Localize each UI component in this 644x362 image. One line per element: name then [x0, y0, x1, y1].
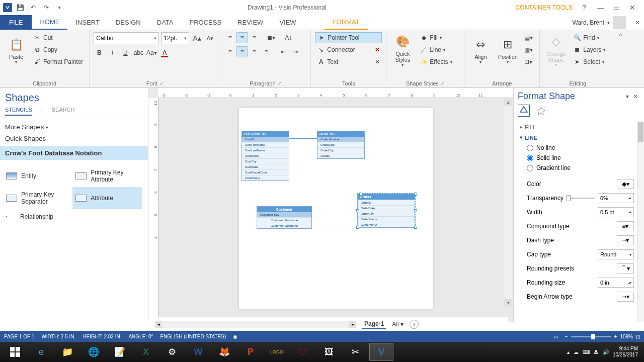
line-button[interactable]: ／Line▾	[418, 44, 454, 55]
change-shape-button[interactable]: ◇Change Shape▾	[544, 32, 568, 68]
align-button[interactable]: ⇔Align▾	[468, 32, 493, 68]
zoom-in-icon[interactable]: +	[614, 334, 617, 339]
close-document-icon[interactable]: ✕	[631, 15, 644, 30]
solid-line-radio[interactable]	[527, 155, 533, 161]
volume-icon[interactable]: 🔊	[603, 349, 609, 355]
more-shapes-link[interactable]: More Shapes ▸	[5, 122, 143, 132]
entity-orders2[interactable]: OrdersOrderIDOrderDateOrderCityOrderStat…	[357, 194, 415, 228]
tab-process[interactable]: PROCESS	[182, 15, 230, 30]
drawing-canvas[interactable]: CUSTOMERSCustIDCustFirstNameCustLastName…	[158, 98, 503, 312]
notepad-icon[interactable]: 📝	[108, 343, 132, 361]
app1-icon[interactable]: 🖼	[317, 343, 341, 361]
align-justify-icon[interactable]: ≡	[261, 46, 272, 57]
tab-format[interactable]: FORMAT	[325, 15, 368, 30]
cut-button[interactable]: ✂Cut	[31, 32, 85, 43]
fit-page-icon[interactable]: ⊡	[636, 334, 640, 339]
shapestyles-launcher-icon[interactable]: ⤢	[441, 81, 445, 86]
effects-button[interactable]: ✨Effects▾	[418, 56, 454, 67]
case-icon[interactable]: Aa▾	[146, 47, 157, 58]
macro-record-icon[interactable]: ◉	[233, 334, 237, 339]
start-button[interactable]	[3, 343, 27, 361]
tab-insert[interactable]: INSERT	[67, 15, 107, 30]
pane-close-icon[interactable]: ✕	[631, 93, 640, 100]
onedrive-icon[interactable]: ☁	[574, 349, 579, 355]
tab-data[interactable]: DATA	[149, 15, 182, 30]
mcafee-icon[interactable]: 🛡	[291, 343, 315, 361]
line-section[interactable]: ▾LINE	[520, 132, 644, 143]
align-right-icon[interactable]: ≡	[249, 46, 260, 57]
tab-design[interactable]: DESIGN	[108, 15, 149, 30]
font-color-icon[interactable]: A	[159, 47, 170, 58]
entity-customer2[interactable]: CustomerCustomer KeyCustomer FirstnameCu…	[257, 206, 312, 229]
close-tool-icon[interactable]: ✕	[375, 46, 380, 53]
connector-line[interactable]	[312, 229, 357, 229]
snip-icon[interactable]: ✂	[343, 343, 367, 361]
dash-type-picker[interactable]: ┄▾	[617, 235, 634, 245]
gradient-line-radio[interactable]	[527, 165, 533, 171]
scroll-right-icon[interactable]: ▸	[349, 321, 356, 328]
keyboard-icon[interactable]: ⌨	[583, 349, 590, 355]
quick-shapes-link[interactable]: Quick Shapes	[5, 134, 143, 143]
position-button[interactable]: ⊞Position▾	[496, 32, 520, 68]
bring-front-icon[interactable]: ▤▾	[523, 32, 534, 43]
horizontal-scrollbar[interactable]: ◂ ▸	[155, 321, 356, 328]
transparency-input[interactable]: 0%▴▾	[598, 193, 634, 203]
close-icon[interactable]: ✕	[627, 2, 638, 13]
scroll-down-icon[interactable]: ▾	[504, 299, 512, 307]
font-size-combo[interactable]: 12pt.▾	[161, 32, 189, 44]
page-tab-1[interactable]: Page-1	[362, 319, 386, 329]
search-tab[interactable]: SEARCH	[52, 107, 75, 116]
zoom-slider[interactable]	[571, 336, 611, 337]
align-bottom-icon[interactable]: ≡	[249, 32, 260, 43]
stencils-tab[interactable]: STENCILS	[5, 107, 32, 116]
grow-font-icon[interactable]: A▴	[191, 33, 202, 44]
selection-handle[interactable]	[414, 193, 417, 196]
line-width-input[interactable]: 0.5 pt▴▾	[598, 207, 634, 217]
underline-icon[interactable]: U	[120, 47, 131, 58]
add-page-button[interactable]: +	[410, 320, 419, 329]
pane-options-icon[interactable]: ▾	[624, 93, 631, 100]
align-center-icon[interactable]: ≡	[236, 46, 248, 57]
align-left-icon[interactable]: ≡	[224, 46, 235, 57]
connection-point-icon[interactable]: ✕	[375, 58, 380, 65]
pointer-tool-button[interactable]: ➤Pointer Tool	[315, 32, 382, 43]
selection-handle[interactable]	[414, 209, 417, 212]
font-name-combo[interactable]: Calibri▾	[94, 32, 159, 44]
firefox-icon[interactable]: 🦊	[212, 343, 236, 361]
zoom-level[interactable]: 109%	[620, 334, 633, 339]
compound-type-picker[interactable]: ≡▾	[617, 221, 634, 231]
user-account[interactable]: Ward, Brent ▾	[567, 15, 631, 30]
align-top-icon[interactable]: ≡	[224, 32, 235, 43]
format-painter-button[interactable]: 🖌Format Painter	[31, 56, 85, 67]
restore-icon[interactable]: ▭	[611, 2, 622, 13]
strike-icon[interactable]: abc	[133, 47, 144, 58]
selection-handle[interactable]	[414, 226, 417, 229]
excel-icon[interactable]: X	[134, 343, 158, 361]
begin-arrow-picker[interactable]: ⇢▾	[617, 292, 634, 302]
text-tool-button[interactable]: AText✕	[315, 56, 382, 67]
shrink-font-icon[interactable]: A▾	[204, 33, 215, 44]
effects-tab-icon[interactable]	[535, 105, 547, 117]
bullets-icon[interactable]: ≣▾	[266, 32, 277, 43]
master-attribute[interactable]: Attribute	[72, 187, 142, 209]
master-primary-key-separator[interactable]: Primary Key Separator	[3, 187, 72, 209]
ie-icon[interactable]: e	[29, 343, 53, 361]
chrome-icon[interactable]: 🌐	[82, 343, 106, 361]
para-launcher-icon[interactable]: ⤢	[278, 81, 282, 86]
drawing-page[interactable]: CUSTOMERSCustIDCustFirstNameCustLastName…	[239, 108, 433, 309]
bold-icon[interactable]: B	[94, 47, 105, 58]
selection-handle[interactable]	[356, 209, 359, 212]
rounding-size-input[interactable]: 0 in.▴▾	[598, 278, 634, 288]
settings-icon[interactable]: ⚙	[160, 343, 184, 361]
fill-section[interactable]: ▸FILL	[520, 122, 644, 132]
fill-button[interactable]: ◆Fill▾	[418, 32, 454, 43]
text-direction-icon[interactable]: A↕	[283, 32, 294, 43]
italic-icon[interactable]: I	[107, 47, 118, 58]
stencil-header[interactable]: Crow's Foot Database Notation	[0, 146, 148, 160]
scroll-up-icon[interactable]: ▴	[504, 98, 512, 106]
master-relationship[interactable]: Relationship	[3, 209, 72, 224]
connector-tool-button[interactable]: ↘Connector✕	[315, 44, 382, 55]
cap-type-picker[interactable]: Round▾	[598, 249, 634, 259]
status-language[interactable]: ENGLISH (UNITED STATES)	[160, 334, 226, 339]
vertical-scrollbar[interactable]: ▴ ▾	[504, 98, 512, 307]
